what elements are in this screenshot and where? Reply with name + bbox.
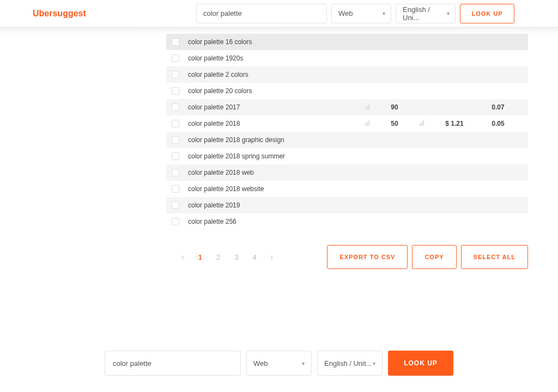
keyword-cell: color palette 2018 web [185, 169, 359, 176]
keyword-cell: color palette 16 colors [185, 38, 359, 46]
row-checkbox[interactable] [172, 152, 179, 160]
bar-chart-icon [420, 120, 424, 126]
table-row: color palette 16 colors [166, 34, 528, 50]
page-4[interactable]: 4 [252, 253, 256, 261]
row-checkbox[interactable] [172, 185, 179, 193]
sd-cell: 0.05 [479, 120, 528, 127]
keyword-cell: color palette 2017 [185, 103, 359, 111]
table-row: color palette 1920s [166, 50, 528, 66]
chevron-left-icon[interactable]: ‹ [181, 253, 184, 261]
source-select-label: Web [338, 9, 353, 17]
footer-source-label: Web [253, 359, 268, 367]
table-row: color palette 2018 spring summer [166, 148, 528, 164]
select-all-button[interactable]: SELECT ALL [461, 245, 528, 269]
brand-logo: Ubersuggest [33, 9, 86, 19]
row-checkbox[interactable] [172, 38, 179, 46]
table-row: color palette 201850$ 1.210.05 [166, 115, 528, 132]
table-row: color palette 256 [166, 213, 528, 230]
copy-button[interactable]: COPY [412, 245, 456, 269]
page-2[interactable]: 2 [216, 253, 220, 261]
footer-locale-label: English / Unit... [324, 359, 372, 367]
keyword-cell: color palette 1920s [185, 54, 359, 62]
keyword-cell: color palette 2018 graphic design [185, 136, 359, 144]
table-row: color palette 2018 graphic design [166, 132, 528, 148]
row-checkbox[interactable] [172, 87, 179, 95]
row-checkbox[interactable] [172, 169, 179, 176]
chevron-down-icon: ▾ [373, 360, 375, 366]
row-checkbox[interactable] [172, 136, 179, 144]
footer-source-select[interactable]: Web ▾ [246, 351, 312, 376]
keyword-cell: color palette 2019 [185, 201, 359, 209]
row-checkbox[interactable] [172, 201, 179, 209]
row-checkbox[interactable] [172, 120, 179, 127]
table-row: color palette 2019 [166, 197, 528, 213]
bar-chart-icon [365, 120, 369, 126]
keyword-cell: color palette 20 colors [185, 87, 359, 95]
action-buttons: EXPORT TO CSV COPY SELECT ALL [327, 245, 528, 269]
table-row: color palette 2018 website [166, 181, 528, 197]
bar-chart-icon [365, 104, 369, 109]
volume-cell: 50 [375, 120, 414, 127]
sd-cell: 0.07 [479, 103, 528, 111]
page-3[interactable]: 3 [234, 253, 238, 261]
row-checkbox[interactable] [172, 71, 179, 78]
chevron-right-icon[interactable]: › [271, 253, 274, 261]
table-row: color palette 20 colors [166, 83, 528, 99]
row-checkbox[interactable] [172, 54, 179, 62]
results-footer: ‹ 1234› EXPORT TO CSV COPY SELECT ALL [166, 245, 528, 269]
cpc-cell: $ 1.21 [430, 120, 479, 127]
row-checkbox[interactable] [172, 218, 179, 225]
chevron-down-icon: ▾ [447, 10, 450, 16]
keyword-cell: color palette 256 [185, 218, 359, 225]
footer-search-bar: Web ▾ English / Unit... ▾ LOOK UP [105, 351, 453, 376]
page-1[interactable]: 1 [198, 253, 202, 261]
keyword-cell: color palette 2018 [185, 120, 359, 127]
source-select[interactable]: Web ▾ [331, 4, 391, 23]
lookup-button[interactable]: LOOK UP [460, 4, 514, 23]
keyword-cell: color palette 2018 spring summer [185, 152, 359, 160]
table-row: color palette 2017900.07 [166, 99, 528, 115]
keyword-cell: color palette 2 colors [185, 71, 359, 78]
row-checkbox[interactable] [172, 103, 179, 111]
export-csv-button[interactable]: EXPORT TO CSV [327, 245, 408, 269]
footer-locale-select[interactable]: English / Unit... ▾ [317, 351, 383, 376]
footer-lookup-button[interactable]: LOOK UP [388, 351, 453, 376]
results-table: color palette 16 colorscolor palette 192… [166, 34, 528, 230]
table-row: color palette 2 colors [166, 66, 528, 83]
chevron-down-icon: ▾ [302, 360, 305, 366]
volume-cell: 90 [375, 103, 414, 111]
search-input[interactable] [196, 4, 327, 23]
footer-search-input[interactable] [105, 351, 241, 376]
locale-select[interactable]: English / Uni... ▾ [396, 4, 456, 23]
chevron-down-icon: ▾ [383, 10, 385, 16]
header-bar: Ubersuggest Web ▾ English / Uni... ▾ LOO… [0, 0, 558, 27]
keyword-cell: color palette 2018 website [185, 185, 359, 193]
header-shadow [0, 27, 558, 34]
pagination: ‹ 1234› [181, 253, 273, 261]
table-row: color palette 2018 web [166, 164, 528, 181]
header-controls: Web ▾ English / Uni... ▾ LOOK UP [196, 4, 514, 23]
locale-select-label: English / Uni... [403, 5, 447, 22]
